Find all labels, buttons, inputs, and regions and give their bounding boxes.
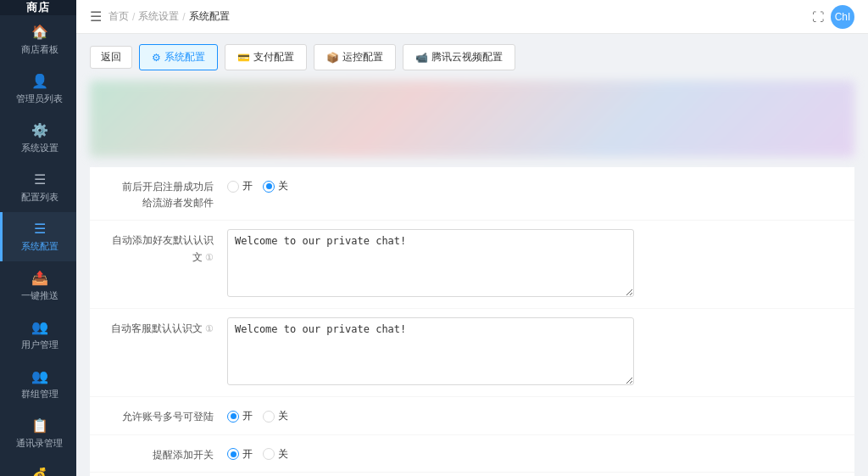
- onekey-icon: 📤: [31, 270, 48, 286]
- sidebar-logo: 商店: [0, 0, 76, 15]
- radio-allow-multiple-on[interactable]: 开: [227, 409, 253, 423]
- sidebar-item-onekey[interactable]: 📤 一键推送: [0, 261, 76, 311]
- label-allow-multiple-login: 允许账号多号可登陆: [103, 406, 214, 425]
- topbar-right: ⛶ ChI: [812, 5, 854, 29]
- tab-pay-config-label: 支付配置: [253, 50, 294, 64]
- tab-tencent-config-icon: 📹: [415, 52, 428, 64]
- content-area: 返回 ⚙ 系统配置 💳 支付配置 📦 运控配置 📹 腾讯云视频配置: [76, 34, 868, 476]
- sidebar-item-comms[interactable]: 📋 通讯录管理: [0, 409, 76, 458]
- tab-pay-config[interactable]: 💳 支付配置: [225, 44, 307, 70]
- sidebar-label-dashboard: 商店看板: [21, 43, 58, 56]
- sidebar-item-admin[interactable]: 👤 管理员列表: [0, 64, 76, 114]
- radio-group-remind-join: 开 关: [227, 444, 841, 462]
- sidebar-item-config[interactable]: ☰ 配置列表: [0, 163, 76, 212]
- textarea-auto-service-msg[interactable]: Welcome to our private chat!: [227, 317, 634, 385]
- tab-system-config-label: 系统配置: [164, 50, 205, 64]
- tab-yunbox-config[interactable]: 📦 运控配置: [314, 44, 396, 70]
- breadcrumb-current: 系统配置: [189, 9, 230, 24]
- sidebar-item-system[interactable]: ⚙️ 系统设置: [0, 114, 76, 163]
- info-icon-service-msg[interactable]: ①: [205, 323, 214, 333]
- radio-dot-on: [227, 181, 239, 193]
- comms-icon: 📋: [31, 417, 48, 434]
- sidebar-label-system: 系统设置: [21, 142, 58, 154]
- finance-icon: 💰: [31, 467, 48, 476]
- sidebar-label-comms: 通讯录管理: [16, 437, 63, 450]
- radio-remind-join-on[interactable]: 开: [227, 447, 253, 462]
- blurred-image-placeholder: [90, 81, 854, 157]
- sidebar-label-sysconfig: 系统配置: [21, 240, 58, 253]
- back-button[interactable]: 返回: [90, 46, 132, 69]
- tab-yunbox-config-label: 运控配置: [342, 50, 383, 64]
- label-remind-join: 提醒添加开关: [103, 444, 214, 463]
- system-icon: ⚙️: [31, 122, 48, 138]
- radio-dot-allow-off: [263, 411, 275, 423]
- sidebar-label-groups: 群组管理: [21, 388, 58, 400]
- sidebar-item-groups[interactable]: 👥 群组管理: [0, 360, 76, 409]
- radio-dot-remind-on: [227, 448, 239, 460]
- label-auto-add-friend-msg: 自动添加好友默认认识文 ①: [103, 229, 214, 265]
- sidebar-item-finance[interactable]: 💰 财务管理: [0, 458, 76, 476]
- radio-group-allow-multiple: 开 关: [227, 406, 841, 423]
- radio-dot-off: [263, 181, 275, 193]
- tab-system-config-icon: ⚙: [152, 52, 161, 64]
- menu-toggle-icon[interactable]: ☰: [90, 8, 102, 25]
- textarea-auto-add-friend-msg[interactable]: Welcome to our private chat!: [227, 229, 634, 297]
- sidebar-label-config: 配置列表: [21, 191, 58, 204]
- sidebar-label-admin: 管理员列表: [16, 92, 63, 105]
- topbar: ☰ 首页 / 系统设置 / 系统配置 ⛶ ChI: [76, 0, 868, 34]
- breadcrumb: 首页 / 系统设置 / 系统配置: [108, 9, 230, 24]
- control-allow-multiple-login: 开 关: [227, 406, 841, 423]
- admin-icon: 👤: [31, 73, 48, 89]
- radio-remind-join-off[interactable]: 关: [263, 447, 288, 462]
- sidebar-item-users[interactable]: 👥 用户管理: [0, 311, 76, 360]
- sidebar-item-dashboard[interactable]: 🏠 商店看板: [0, 15, 76, 64]
- label-auto-service-msg: 自动客服默认认识文 ①: [103, 317, 214, 337]
- sidebar-item-sysconfig[interactable]: ☰ 系统配置: [0, 212, 76, 261]
- main-panel: ☰ 首页 / 系统设置 / 系统配置 ⛶ ChI 返回 ⚙ 系统配置 💳 支: [76, 0, 868, 476]
- form-row-auto-add-friend-msg: 自动添加好友默认认识文 ① Welcome to our private cha…: [90, 221, 854, 309]
- form-row-register-success: 前后开启注册成功后给流游者发邮件 开 关: [90, 167, 854, 221]
- config-icon: ☰: [34, 171, 46, 188]
- breadcrumb-sep1: /: [132, 11, 135, 23]
- radio-dot-allow-on: [227, 411, 239, 423]
- info-icon-auto-add[interactable]: ①: [205, 252, 214, 262]
- tab-bar: 返回 ⚙ 系统配置 💳 支付配置 📦 运控配置 📹 腾讯云视频配置: [90, 44, 854, 70]
- sidebar-label-onekey: 一键推送: [21, 289, 58, 302]
- tab-yunbox-config-icon: 📦: [326, 52, 339, 64]
- groups-icon: 👥: [31, 368, 48, 384]
- users-icon: 👥: [31, 319, 48, 335]
- form-row-allow-multiple-login: 允许账号多号可登陆 开 关: [90, 397, 854, 434]
- sysconfig-icon: ☰: [34, 221, 46, 237]
- avatar[interactable]: ChI: [831, 5, 854, 29]
- breadcrumb-sep2: /: [182, 11, 185, 23]
- radio-allow-multiple-off[interactable]: 关: [263, 409, 288, 423]
- expand-icon[interactable]: ⛶: [812, 10, 824, 24]
- control-auto-add-friend-msg: Welcome to our private chat!: [227, 229, 841, 300]
- control-register-success: 开 关: [227, 176, 841, 193]
- tab-system-config[interactable]: ⚙ 系统配置: [139, 44, 218, 70]
- form-row-register-verify: 注册验证码开关 开 关: [90, 473, 854, 476]
- breadcrumb-home[interactable]: 首页: [108, 9, 129, 24]
- control-remind-join: 开 关: [227, 444, 841, 462]
- tab-tencent-config-label: 腾讯云视频配置: [431, 50, 503, 64]
- radio-group-register-success: 开 关: [227, 176, 841, 193]
- form-row-auto-service-msg: 自动客服默认认识文 ① Welcome to our private chat!: [90, 309, 854, 397]
- form-section: 前后开启注册成功后给流游者发邮件 开 关: [90, 167, 854, 476]
- control-auto-service-msg: Welcome to our private chat!: [227, 317, 841, 388]
- radio-register-success-off[interactable]: 关: [263, 179, 288, 193]
- radio-register-success-on[interactable]: 开: [227, 179, 253, 193]
- breadcrumb-system[interactable]: 系统设置: [138, 9, 179, 24]
- tab-pay-config-icon: 💳: [237, 52, 250, 64]
- sidebar: 商店 🏠 商店看板 👤 管理员列表 ⚙️ 系统设置 ☰ 配置列表 ☰ 系统配置 …: [0, 0, 76, 476]
- label-register-success: 前后开启注册成功后给流游者发邮件: [103, 176, 214, 211]
- form-row-remind-join: 提醒添加开关 开 关: [90, 435, 854, 473]
- dashboard-icon: 🏠: [31, 24, 48, 40]
- sidebar-label-users: 用户管理: [21, 339, 58, 351]
- topbar-left: ☰ 首页 / 系统设置 / 系统配置: [90, 8, 230, 25]
- tab-tencent-config[interactable]: 📹 腾讯云视频配置: [403, 44, 515, 70]
- radio-dot-remind-off: [263, 448, 275, 460]
